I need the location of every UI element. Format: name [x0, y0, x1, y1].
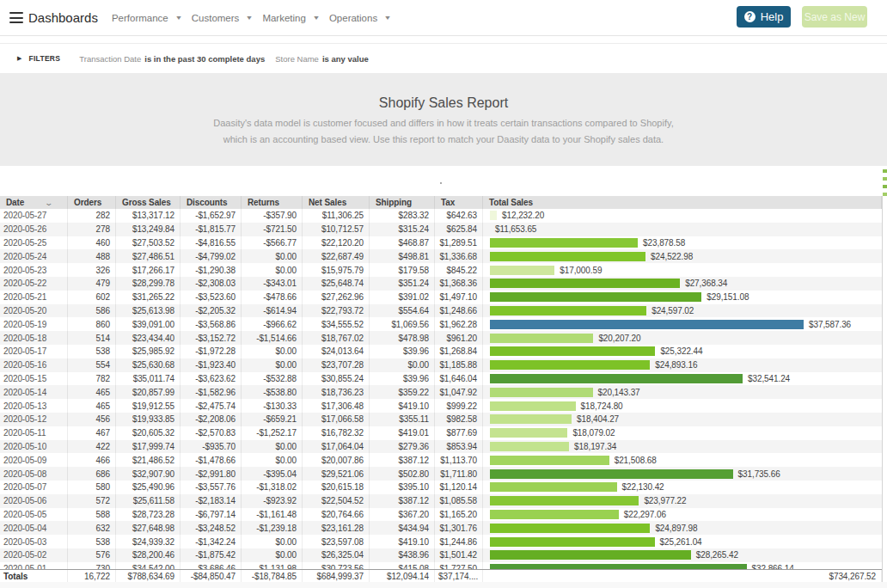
cell-tax[interactable]: $1,711.80 — [435, 467, 483, 481]
cell-shipping[interactable]: $498.81 — [370, 249, 435, 263]
cell-returns[interactable]: -$1,252.17 — [242, 426, 303, 440]
cell-net[interactable]: $17,064.04 — [303, 440, 370, 454]
cell-orders[interactable]: 686 — [68, 467, 116, 481]
cell-date[interactable]: 2020-05-26 — [0, 223, 68, 236]
cell-tax[interactable]: $1,120.14 — [435, 481, 483, 494]
cell-orders[interactable]: 860 — [68, 317, 116, 331]
cell-shipping[interactable]: $351.24 — [370, 277, 435, 291]
cell-discounts[interactable]: -$3,557.76 — [180, 481, 242, 494]
cell-date[interactable]: 2020-05-12 — [0, 413, 68, 426]
cell-total-sales[interactable]: $18,079.02 — [483, 426, 882, 440]
cell-gross[interactable]: $34,542.00 — [116, 562, 180, 569]
cell-shipping[interactable]: $419.01 — [370, 426, 435, 440]
column-header-total-sales[interactable]: Total Sales — [483, 196, 882, 209]
cell-net[interactable]: $20,615.18 — [303, 481, 370, 494]
cell-discounts[interactable]: -$2,570.83 — [180, 426, 242, 440]
cell-discounts[interactable]: -$1,923.40 — [180, 358, 242, 372]
cell-discounts[interactable]: -$2,205.32 — [180, 304, 242, 318]
cell-tax[interactable]: $1,727.50 — [435, 562, 483, 569]
cell-returns[interactable]: -$1,318.02 — [242, 481, 303, 494]
cell-total-sales[interactable]: $24,897.98 — [483, 521, 882, 535]
cell-shipping[interactable]: $415.08 — [370, 562, 435, 569]
cell-tax[interactable]: $1,248.66 — [435, 304, 483, 318]
cell-net[interactable]: $18,736.23 — [303, 385, 370, 399]
cell-discounts[interactable]: -$1,652.97 — [180, 209, 242, 223]
cell-date[interactable]: 2020-05-06 — [0, 494, 68, 508]
cell-discounts[interactable]: -$1,290.38 — [180, 263, 242, 277]
cell-total-sales[interactable]: $20,207.20 — [483, 331, 882, 345]
cell-net[interactable]: $23,161.28 — [303, 521, 370, 535]
cell-date[interactable]: 2020-05-14 — [0, 385, 68, 399]
cell-total-sales[interactable]: $20,143.37 — [483, 385, 882, 399]
nav-item-operations[interactable]: Operations▾ — [329, 13, 389, 23]
cell-total-sales[interactable]: $18,404.27 — [483, 413, 882, 426]
cell-total-sales[interactable]: $12,232.20 — [483, 209, 882, 223]
cell-date[interactable]: 2020-05-13 — [0, 399, 68, 413]
cell-tax[interactable]: $1,165.20 — [435, 508, 483, 522]
cell-shipping[interactable]: $419.10 — [370, 399, 435, 413]
cell-returns[interactable]: -$659.21 — [242, 413, 303, 426]
cell-orders[interactable]: 465 — [68, 385, 116, 399]
cell-orders[interactable]: 467 — [68, 426, 116, 440]
cell-discounts[interactable]: -$3,152.72 — [180, 331, 242, 345]
cell-date[interactable]: 2020-05-05 — [0, 508, 68, 522]
cell-total-sales[interactable]: $27,368.34 — [483, 277, 882, 291]
cell-net[interactable]: $30,723.56 — [303, 562, 370, 569]
cell-total-sales[interactable]: $24,893.16 — [483, 358, 882, 372]
cell-gross[interactable]: $19,912.55 — [116, 399, 180, 413]
cell-orders[interactable]: 466 — [68, 453, 116, 467]
cell-shipping[interactable]: $355.11 — [370, 413, 435, 426]
nav-item-marketing[interactable]: Marketing▾ — [262, 13, 318, 23]
cell-date[interactable]: 2020-05-21 — [0, 291, 68, 304]
cell-gross[interactable]: $25,490.96 — [116, 481, 180, 494]
column-header-orders[interactable]: Orders — [68, 196, 116, 209]
cell-total-sales[interactable]: $23,977.22 — [483, 494, 882, 508]
cell-gross[interactable]: $28,723.28 — [116, 508, 180, 522]
column-header-returns[interactable]: Returns — [242, 196, 303, 209]
cell-orders[interactable]: 282 — [68, 209, 116, 223]
cell-shipping[interactable]: $387.12 — [370, 494, 435, 508]
cell-orders[interactable]: 538 — [68, 345, 116, 358]
cell-total-sales[interactable]: $31,735.66 — [483, 467, 882, 481]
cell-total-sales[interactable]: $22,130.42 — [483, 481, 882, 494]
vertical-scrollbar[interactable] — [882, 196, 887, 582]
cell-tax[interactable]: $961.20 — [435, 331, 483, 345]
cell-gross[interactable]: $21,486.52 — [116, 453, 180, 467]
cell-total-sales[interactable]: $32,866.14 — [483, 562, 882, 569]
cell-net[interactable]: $23,707.28 — [303, 358, 370, 372]
cell-gross[interactable]: $27,503.52 — [116, 236, 180, 250]
cell-gross[interactable]: $39,091.00 — [116, 317, 180, 331]
cell-orders[interactable]: 632 — [68, 521, 116, 535]
cell-net[interactable]: $15,975.79 — [303, 263, 370, 277]
cell-discounts[interactable]: -$6,797.14 — [180, 508, 242, 522]
cell-net[interactable]: $17,066.58 — [303, 413, 370, 426]
cell-tax[interactable]: $1,962.28 — [435, 317, 483, 331]
cell-orders[interactable]: 488 — [68, 249, 116, 263]
cell-shipping[interactable]: $315.24 — [370, 223, 435, 236]
cell-tax[interactable]: $999.22 — [435, 399, 483, 413]
cell-returns[interactable]: $0.00 — [242, 548, 303, 562]
cell-tax[interactable]: $1,646.04 — [435, 372, 483, 386]
cell-discounts[interactable]: -$2,475.74 — [180, 399, 242, 413]
cell-tax[interactable]: $1,244.86 — [435, 535, 483, 548]
cell-returns[interactable]: $0.00 — [242, 535, 303, 548]
cell-date[interactable]: 2020-05-19 — [0, 317, 68, 331]
cell-date[interactable]: 2020-05-16 — [0, 358, 68, 372]
cell-discounts[interactable]: -$2,308.03 — [180, 277, 242, 291]
cell-tax[interactable]: $625.84 — [435, 223, 483, 236]
cell-net[interactable]: $26,325.04 — [303, 548, 370, 562]
cell-date[interactable]: 2020-05-20 — [0, 304, 68, 318]
cell-tax[interactable]: $1,113.70 — [435, 453, 483, 467]
cell-tax[interactable]: $1,289.51 — [435, 236, 483, 250]
column-header-shipping[interactable]: Shipping — [370, 196, 435, 209]
cell-date[interactable]: 2020-05-07 — [0, 481, 68, 494]
cell-tax[interactable]: $1,185.88 — [435, 358, 483, 372]
cell-returns[interactable]: -$357.90 — [242, 209, 303, 223]
cell-date[interactable]: 2020-05-18 — [0, 331, 68, 345]
cell-gross[interactable]: $35,011.74 — [116, 372, 180, 386]
cell-discounts[interactable]: -$2,208.06 — [180, 413, 242, 426]
cell-orders[interactable]: 538 — [68, 535, 116, 548]
cell-shipping[interactable]: $39.96 — [370, 372, 435, 386]
cell-gross[interactable]: $25,611.58 — [116, 494, 180, 508]
cell-total-sales[interactable]: $25,322.44 — [483, 345, 882, 358]
